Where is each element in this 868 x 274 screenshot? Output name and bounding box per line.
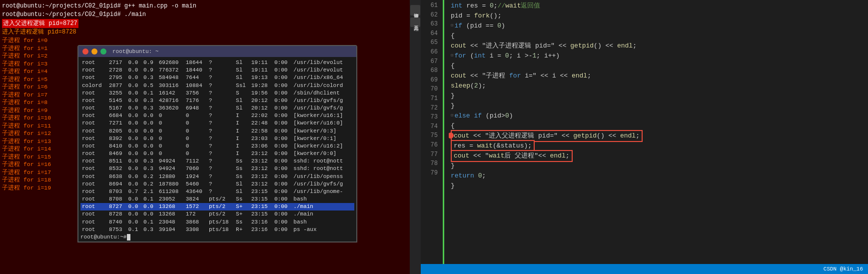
code-line: { [451,31,868,41]
cursor [127,234,130,240]
ps-row: root86940.00.21878805460?Sl23:120:00/usr… [80,180,354,188]
code-line: cout << "子进程 for i=" << i << endl; [451,71,868,81]
line-number: 71 [421,94,438,104]
line-number: 65 [421,38,438,48]
line-number: 64 [421,29,438,38]
status-bar: CSDN @kin_16 [421,264,868,274]
line-number: 74 [421,122,438,132]
gutter [442,0,449,264]
code-line: return 0; [451,171,868,181]
parent-pid-line: 进入父进程逻辑 pid=8727 [2,19,78,28]
terminal-title: root@ubuntu: ~ [112,48,158,54]
green-bar [443,0,444,264]
ps-row: root51450.00.34287167176?Sl20:120:00/usr… [80,97,354,104]
status-text: CSDN @kin_16 [824,266,863,272]
line-numbers: 61626364656667686970717273747576777879 [421,0,442,264]
ps-row: root85110.00.3949247112?Ss23:120:00sshd:… [80,158,354,165]
ps-row: root51670.00.33636206948?Sl20:120:00/usr… [80,104,354,112]
code-line: } [451,101,868,111]
ps-row: root85320.00.3949247060?Ss23:120:00sshd:… [80,165,354,172]
process-line: 子进程 for i=0 [2,36,408,44]
line-number: 79 [421,168,438,178]
highlighted-code: cout << "wait后 父进程"<< endl; [451,150,573,162]
line-number: 69 [421,76,438,85]
line-number: 61 [421,1,438,10]
code-line: } [451,181,868,191]
code-line: sleep(2); [451,81,868,91]
side-tabs: 资源管理器 工具箱 [410,0,421,274]
ps-row: root72710.00.000?I22:480:00[kworker/u16:… [80,120,354,127]
fold-icon[interactable]: ⊟ [451,112,453,120]
child-pid-line: 进入子进程逻辑 pid=8728 [2,28,408,36]
line-number: 77 [421,150,438,160]
ps-row: root87080.00.1230523824pts/2Ss23:150:00b… [80,196,354,203]
fold-icon[interactable]: ⊟ [451,52,453,60]
code-line: { [451,61,868,71]
compile-cmd: root@ubuntu:~/projects/C02_01pid# g++ ma… [2,2,408,10]
terminal-prompt: root@ubuntu:~# [80,234,354,241]
terminal-titlebar: root@ubuntu: ~ [78,46,356,57]
maximize-button[interactable] [100,48,106,54]
line-number: 78 [421,159,438,168]
ps-row: root66840.00.000?I22:020:00[kworker/u16:… [80,112,354,120]
code-line: int res = 0;//wait返回值 [451,1,868,11]
code-line: ⊟ for (int i = 0; i >-1; i++) [451,51,868,61]
run-cmd: root@ubuntu:~/projects/C02_01pid# ./main [2,10,408,19]
ps-row: root87270.00.0132681572pts/2S+23:150:00.… [80,203,354,210]
ps-row: root87530.10.3391043308pts/18R+23:160:00… [80,226,354,234]
line-number: 68 [421,66,438,76]
line-number: 73 [421,112,438,122]
ps-row: root83920.00.000?I23:030:00[kworker/0:1] [80,135,354,142]
ps-row: root84690.00.000?I23:120:00[kworker/0:0] [80,150,354,158]
ps-row: colord28770.00.530311610884?Ssl19:280:00… [80,82,354,90]
line-number: 72 [421,104,438,113]
line-number: 70 [421,84,438,94]
ps-table: root27170.00.969268018644?Sl19:110:00/us… [80,59,354,234]
line-number: 66 [421,48,438,57]
code-line: } [451,91,868,101]
close-button[interactable] [82,48,88,54]
terminal-body: root27170.00.969268018644?Sl19:110:00/us… [78,57,356,242]
line-number: 76 [421,140,438,150]
minimize-button[interactable] [91,48,97,54]
code-line: ⊟ if (pid == 0) [451,21,868,31]
ps-row: root27280.00.977637218440?Sl19:110:00/us… [80,66,354,74]
ps-row: root84100.00.000?I23:060:00[kworker/u16:… [80,142,354,150]
code-lines: int res = 0;//wait返回值 pid = fork();⊟ if … [449,0,868,264]
breakpoint-dot [449,132,454,138]
ps-row: root87030.72.161120843640?Sl23:150:00/us… [80,188,354,196]
ps-row: root27170.00.969268018644?Sl19:110:00/us… [80,59,354,66]
ps-row: root32550.00.1161423756?S19:560:00/sbin/… [80,90,354,97]
line-number: 63 [421,20,438,29]
code-line: ⊟ else if (pid>0) [451,111,868,121]
line-number: 62 [421,10,438,20]
line-number: 75 [421,131,438,140]
code-line: pid = fork(); [451,11,868,21]
ps-row: root87400.00.1230483868pts/18Ss23:160:00… [80,218,354,226]
side-tab-tools[interactable]: 工具箱 [410,18,420,27]
fold-icon[interactable]: ⊟ [451,22,453,30]
line-number: 67 [421,57,438,66]
ps-row: root27950.00.35849487644?Sl19:130:00/usr… [80,74,354,82]
code-content: 61626364656667686970717273747576777879 i… [421,0,868,264]
side-tab-resource[interactable]: 资源管理器 [410,5,420,16]
code-editor: 61626364656667686970717273747576777879 i… [421,0,868,274]
ps-row: root87280.00.013268172pts/2S+23:150:00./… [80,210,354,218]
code-line: cout << "wait后 父进程"<< endl; [451,151,868,161]
terminal-top-lines: root@ubuntu:~/projects/C02_01pid# g++ ma… [2,2,408,36]
code-line: } [451,161,868,171]
inner-terminal: root@ubuntu: ~ root27170.00.969268018644… [77,45,357,242]
right-panel: 资源管理器 工具箱 616263646566676869707172737475… [410,0,868,274]
ps-row: root86380.00.2128801924?Ss23:120:00/usr/… [80,173,354,180]
ps-row: root82050.00.000?I22:580:00[kworker/0:3] [80,128,354,135]
code-line: cout << "进入子进程逻辑 pid=" << getpid() << en… [451,41,868,51]
